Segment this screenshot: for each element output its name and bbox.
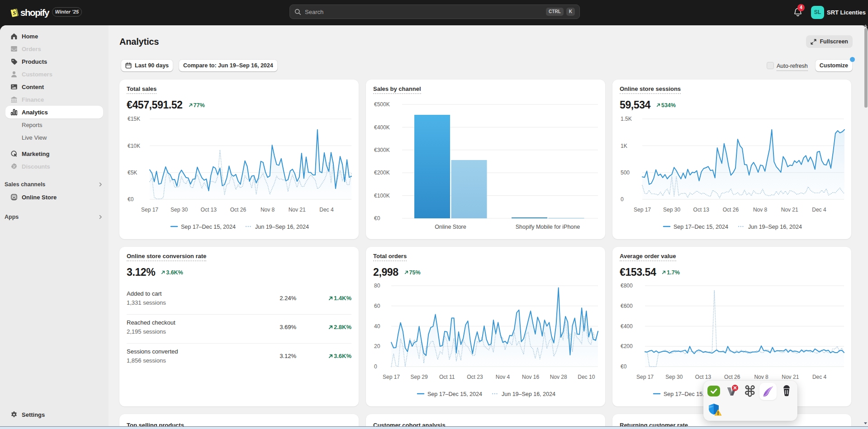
svg-text:€200: €200 bbox=[621, 343, 633, 349]
svg-text:0: 0 bbox=[621, 196, 624, 203]
svg-text:€500K: €500K bbox=[374, 101, 390, 108]
svg-text:Online Store: Online Store bbox=[435, 224, 466, 230]
svg-text:Sep 17: Sep 17 bbox=[636, 374, 654, 380]
svg-text:€400K: €400K bbox=[374, 124, 390, 131]
svg-text:€5K: €5K bbox=[128, 170, 137, 176]
svg-text:Sep 17–Dec 15, 2024: Sep 17–Dec 15, 2024 bbox=[181, 224, 236, 230]
svg-text:Nov 21: Nov 21 bbox=[289, 207, 306, 213]
svg-text:Jun 19–Sep 16, 2024: Jun 19–Sep 16, 2024 bbox=[502, 391, 555, 397]
svg-text:Sep 17–Dec 15, 2024: Sep 17–Dec 15, 2024 bbox=[674, 224, 728, 230]
svg-text:60: 60 bbox=[374, 303, 380, 309]
svg-text:500: 500 bbox=[621, 170, 630, 176]
svg-text:20: 20 bbox=[374, 343, 380, 349]
svg-text:Nov 16: Nov 16 bbox=[522, 374, 539, 380]
svg-text:Sep 30: Sep 30 bbox=[171, 207, 188, 213]
svg-text:Nov 8: Nov 8 bbox=[261, 207, 275, 213]
svg-text:€600: €600 bbox=[621, 303, 633, 309]
svg-text:Nov 8: Nov 8 bbox=[754, 374, 768, 380]
svg-text:€100K: €100K bbox=[374, 193, 390, 199]
svg-text:Oct 11: Oct 11 bbox=[439, 374, 455, 380]
svg-text:Jun 19–Sep 16, 2024: Jun 19–Sep 16, 2024 bbox=[255, 224, 309, 230]
svg-text:Sep 30: Sep 30 bbox=[663, 207, 680, 213]
svg-text:Jun 19–Sep 16, 2024: Jun 19–Sep 16, 2024 bbox=[748, 224, 802, 230]
svg-text:Oct 13: Oct 13 bbox=[201, 207, 217, 213]
svg-text:Sep 17–Dec 15, 2024: Sep 17–Dec 15, 2024 bbox=[427, 391, 482, 397]
svg-text:Oct 13: Oct 13 bbox=[695, 374, 711, 380]
svg-text:€10K: €10K bbox=[128, 143, 140, 149]
svg-text:Sep 17: Sep 17 bbox=[383, 374, 400, 380]
svg-text:Nov 4: Nov 4 bbox=[496, 374, 510, 380]
svg-text:Nov 21: Nov 21 bbox=[782, 374, 799, 380]
svg-text:€300K: €300K bbox=[374, 147, 390, 153]
svg-text:€0: €0 bbox=[621, 363, 627, 370]
svg-text:Oct 13: Oct 13 bbox=[693, 207, 710, 213]
svg-text:Shopify Mobile for iPhone: Shopify Mobile for iPhone bbox=[516, 224, 580, 230]
svg-text:40: 40 bbox=[374, 323, 380, 330]
svg-text:Sep 29: Sep 29 bbox=[411, 374, 428, 380]
svg-text:Dec 10: Dec 10 bbox=[578, 374, 595, 380]
svg-text:Sep 17: Sep 17 bbox=[141, 207, 158, 213]
svg-text:1.5K: 1.5K bbox=[621, 116, 632, 122]
svg-text:Dec 4: Dec 4 bbox=[812, 374, 827, 380]
svg-text:Sep 17: Sep 17 bbox=[634, 207, 651, 213]
svg-text:Nov 21: Nov 21 bbox=[781, 207, 798, 213]
svg-text:Oct 26: Oct 26 bbox=[230, 207, 247, 213]
svg-text:0: 0 bbox=[374, 363, 377, 370]
svg-text:Oct 23: Oct 23 bbox=[467, 374, 483, 380]
svg-text:€0: €0 bbox=[128, 196, 134, 203]
svg-text:€200K: €200K bbox=[374, 170, 390, 176]
svg-text:Oct 26: Oct 26 bbox=[724, 374, 740, 380]
svg-text:Dec 4: Dec 4 bbox=[319, 207, 334, 213]
svg-text:Nov 28: Nov 28 bbox=[550, 374, 567, 380]
svg-text:Oct 26: Oct 26 bbox=[723, 207, 739, 213]
svg-text:Nov 8: Nov 8 bbox=[753, 207, 768, 213]
svg-text:€400: €400 bbox=[621, 323, 633, 330]
svg-text:80: 80 bbox=[374, 283, 380, 289]
svg-text:Sep 30: Sep 30 bbox=[665, 374, 683, 380]
svg-text:Dec 4: Dec 4 bbox=[812, 207, 826, 213]
svg-text:€800: €800 bbox=[621, 283, 633, 289]
svg-text:€15K: €15K bbox=[128, 116, 140, 122]
svg-text:€0: €0 bbox=[374, 215, 380, 222]
svg-text:1K: 1K bbox=[621, 143, 627, 149]
